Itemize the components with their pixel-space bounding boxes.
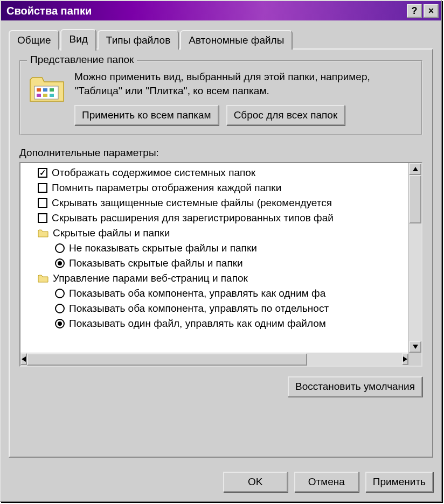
radio[interactable] bbox=[55, 243, 65, 253]
list-item[interactable]: Показывать скрытые файлы и папки bbox=[24, 256, 421, 271]
radio[interactable] bbox=[55, 258, 65, 268]
list-item-label: Управление парами веб-страниц и папок bbox=[53, 272, 248, 284]
apply-to-all-button[interactable]: Применить ко всем папкам bbox=[74, 105, 219, 125]
restore-defaults-button[interactable]: Восстановить умолчания bbox=[288, 376, 422, 397]
window-title: Свойства папки bbox=[6, 5, 92, 17]
list-item[interactable]: Отображать содержимое системных папок bbox=[24, 165, 421, 180]
tab-view[interactable]: Вид bbox=[60, 29, 96, 51]
scrollbar-track[interactable] bbox=[409, 175, 421, 341]
list-item[interactable]: Скрывать расширения для зарегистрированн… bbox=[24, 211, 421, 226]
list-item-label: Показывать скрытые файлы и папки bbox=[69, 257, 243, 269]
list-item-label: Показывать один файл, управлять как одни… bbox=[69, 318, 326, 330]
folder-icon bbox=[38, 228, 48, 238]
folder-options-dialog: Свойства папки ? × Общие Вид Типы файлов… bbox=[0, 0, 442, 502]
svg-rect-4 bbox=[37, 94, 41, 97]
button-label: Сброс для всех папок bbox=[234, 109, 338, 121]
ok-button[interactable]: OK bbox=[223, 472, 288, 492]
scrollbar-thumb[interactable] bbox=[409, 175, 421, 223]
button-label: Отмена bbox=[308, 476, 345, 487]
help-button[interactable]: ? bbox=[407, 4, 422, 18]
triangle-down-icon bbox=[413, 345, 418, 349]
scrollbar-track[interactable] bbox=[27, 353, 402, 366]
folder-icon bbox=[38, 274, 48, 283]
list-item[interactable]: Управление парами веб-страниц и папок bbox=[24, 271, 421, 286]
group-description: Можно применить вид, выбранный для этой … bbox=[74, 70, 414, 97]
button-label: OK bbox=[248, 476, 262, 487]
apply-button[interactable]: Применить bbox=[365, 472, 433, 492]
list-item[interactable]: Не показывать скрытые файлы и папки bbox=[24, 241, 421, 256]
list-item-label: Скрывать расширения для зарегистрированн… bbox=[52, 212, 334, 224]
dialog-buttons: OK Отмена Применить bbox=[1, 466, 441, 501]
close-icon: × bbox=[428, 5, 434, 17]
tab-filetypes[interactable]: Типы файлов bbox=[98, 30, 179, 50]
list-item[interactable]: Показывать один файл, управлять как одни… bbox=[24, 316, 421, 331]
cancel-button[interactable]: Отмена bbox=[294, 472, 359, 492]
list-item[interactable]: Скрывать защищенные системные файлы (рек… bbox=[24, 195, 421, 211]
horizontal-scrollbar[interactable] bbox=[20, 353, 408, 366]
folder-views-group: Представление папок bbox=[19, 60, 422, 135]
folder-icon bbox=[28, 72, 66, 106]
checkbox[interactable] bbox=[38, 213, 47, 223]
svg-rect-6 bbox=[50, 94, 54, 97]
svg-rect-1 bbox=[37, 88, 41, 92]
tab-label: Автономные файлы bbox=[189, 34, 284, 46]
close-button[interactable]: × bbox=[424, 4, 439, 18]
list-item-label: Скрытые файлы и папки bbox=[53, 227, 170, 239]
button-label: Применить bbox=[373, 476, 426, 487]
reset-all-button[interactable]: Сброс для всех папок bbox=[226, 105, 345, 125]
list-item[interactable]: Показывать оба компонента, управлять по … bbox=[24, 301, 421, 316]
radio[interactable] bbox=[55, 319, 65, 328]
groupbox-title: Представление папок bbox=[27, 54, 137, 66]
triangle-left-icon bbox=[22, 356, 26, 362]
triangle-up-icon bbox=[413, 167, 418, 171]
list-item[interactable]: Показывать оба компонента, управлять как… bbox=[24, 286, 421, 301]
list-item[interactable]: Помнить параметры отображения каждой пап… bbox=[24, 180, 421, 195]
button-label: Восстановить умолчания bbox=[295, 381, 415, 392]
checkbox[interactable] bbox=[38, 183, 47, 193]
triangle-right-icon bbox=[403, 356, 407, 362]
svg-rect-0 bbox=[34, 86, 58, 99]
list-item-label: Отображать содержимое системных папок bbox=[52, 167, 255, 179]
scroll-right-button[interactable] bbox=[402, 353, 408, 365]
svg-rect-3 bbox=[50, 88, 54, 92]
button-label: Применить ко всем папкам bbox=[82, 109, 211, 121]
list-item[interactable]: Скрытые файлы и папки bbox=[24, 226, 421, 241]
svg-rect-5 bbox=[43, 94, 47, 97]
tabs: Общие Вид Типы файлов Автономные файлы bbox=[9, 28, 433, 50]
scroll-up-button[interactable] bbox=[409, 163, 421, 175]
tab-label: Общие bbox=[17, 34, 51, 46]
list-item-label: Показывать оба компонента, управлять по … bbox=[69, 303, 329, 314]
radio[interactable] bbox=[55, 289, 65, 298]
advanced-label: Дополнительные параметры: bbox=[19, 147, 422, 159]
help-icon: ? bbox=[412, 5, 418, 17]
scroll-down-button[interactable] bbox=[409, 341, 421, 353]
titlebar[interactable]: Свойства папки ? × bbox=[1, 1, 441, 20]
tab-label: Вид bbox=[69, 33, 87, 45]
tab-label: Типы файлов bbox=[106, 34, 170, 46]
svg-rect-2 bbox=[43, 88, 47, 92]
list-item-label: Не показывать скрытые файлы и папки bbox=[69, 242, 257, 254]
tab-general[interactable]: Общие bbox=[9, 30, 59, 50]
checkbox[interactable] bbox=[38, 198, 47, 208]
checkbox[interactable] bbox=[38, 168, 47, 178]
vertical-scrollbar[interactable] bbox=[408, 163, 421, 353]
list-item-label: Помнить параметры отображения каждой пап… bbox=[52, 182, 281, 194]
scrollbar-thumb[interactable] bbox=[27, 353, 307, 366]
scrollbar-corner bbox=[408, 353, 421, 366]
advanced-settings-list: Отображать содержимое системных папокПом… bbox=[19, 162, 422, 367]
scroll-left-button[interactable] bbox=[20, 353, 27, 365]
tab-offline[interactable]: Автономные файлы bbox=[180, 30, 293, 50]
list-item-label: Скрывать защищенные системные файлы (рек… bbox=[52, 197, 332, 209]
radio[interactable] bbox=[55, 304, 65, 313]
tab-panel-view: Представление папок bbox=[9, 48, 433, 458]
list-item-label: Показывать оба компонента, управлять как… bbox=[69, 288, 325, 299]
